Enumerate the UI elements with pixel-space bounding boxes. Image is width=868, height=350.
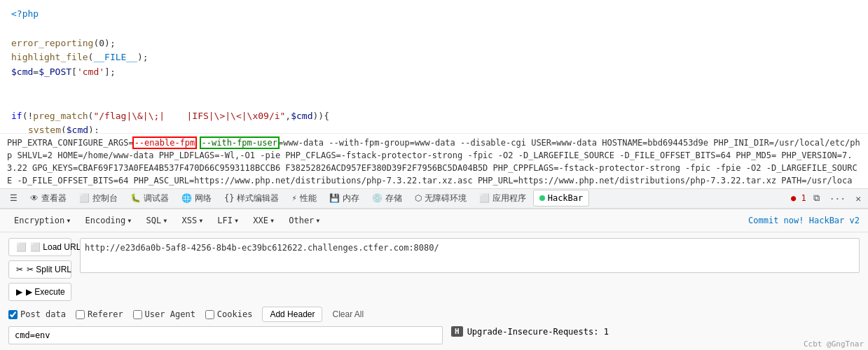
add-header-button[interactable]: Add Header bbox=[262, 307, 322, 322]
env-output-bar: PHP_EXTRA_CONFIGURE_ARGS=--enable-fpm --… bbox=[0, 133, 868, 188]
copy-icon-btn[interactable]: ⧉ bbox=[811, 191, 822, 205]
style-editor-icon: {} bbox=[224, 193, 234, 203]
code-blank-2 bbox=[11, 80, 857, 94]
tab-console[interactable]: ⬜ 控制台 bbox=[74, 190, 123, 207]
hackbar-buttons: ⬜ ⬜ Load URL ✂ ✂ Split URL ▶ ▶ Execute bbox=[8, 238, 71, 301]
tab-style-editor[interactable]: {} 样式编辑器 bbox=[219, 190, 284, 207]
referer-checkbox[interactable] bbox=[76, 310, 85, 319]
devtools-tab-bar: ☰ 👁 查看器 ⬜ 控制台 🐛 调试器 🌐 网络 {} 样式编辑器 ⚡ 性能 💾… bbox=[0, 188, 868, 209]
application-icon: ⬜ bbox=[479, 193, 490, 203]
load-url-icon: ⬜ bbox=[16, 242, 27, 252]
user-agent-checkbox-label[interactable]: User Agent bbox=[133, 309, 195, 319]
execute-button[interactable]: ▶ ▶ Execute bbox=[8, 283, 71, 301]
hackbar-post-row: H Upgrade-Insecure-Requests: 1 bbox=[0, 326, 868, 350]
tab-inspector[interactable]: 👁 查看器 bbox=[25, 190, 72, 207]
code-line-3: $cmd=$_POST['cmd']; bbox=[11, 65, 857, 80]
clear-all-button[interactable]: Clear All bbox=[332, 309, 364, 319]
tab-memory[interactable]: 💾 内存 bbox=[324, 190, 365, 207]
hackbar-active-dot bbox=[539, 195, 545, 201]
hackbar-version-label: Commit now! HackBar v2 bbox=[748, 216, 860, 225]
sql-arrow-icon: ▾ bbox=[163, 216, 167, 225]
code-line-2: highlight_file(__FILE__); bbox=[11, 50, 857, 65]
xxe-arrow-icon: ▾ bbox=[270, 216, 275, 225]
tab-menu[interactable]: ☰ bbox=[4, 190, 23, 206]
menu-xss[interactable]: XSS ▾ bbox=[176, 214, 209, 227]
tab-debugger[interactable]: 🐛 调试器 bbox=[125, 190, 174, 207]
env-prefix: PHP_EXTRA_CONFIGURE_ARGS= bbox=[7, 138, 134, 148]
header-key-badge: H bbox=[451, 326, 463, 337]
hackbar-panel: Encryption ▾ Encoding ▾ SQL ▾ XSS ▾ LFI … bbox=[0, 209, 868, 350]
execute-icon: ▶ bbox=[16, 287, 22, 297]
hackbar-options-row: Post data Referer User Agent Cookies Add… bbox=[0, 307, 868, 326]
enable-fpm-highlight: --enable-fpm bbox=[134, 138, 196, 148]
code-area: <?php error_reporting(0); highlight_file… bbox=[0, 0, 868, 133]
referer-checkbox-label[interactable]: Referer bbox=[76, 309, 123, 319]
debugger-icon: 🐛 bbox=[130, 193, 141, 203]
php-open-tag: <?php bbox=[11, 7, 857, 22]
url-input[interactable]: http://e23d6a0b-5af8-4256-8b4b-ec39bc612… bbox=[80, 238, 860, 273]
post-data-checkbox-label[interactable]: Post data bbox=[8, 309, 66, 319]
close-devtools-btn[interactable]: ✕ bbox=[853, 192, 864, 205]
menu-other[interactable]: Other ▾ bbox=[283, 214, 326, 227]
code-blank-3 bbox=[11, 94, 857, 109]
tab-accessibility[interactable]: ⬡ 无障碍环境 bbox=[409, 190, 472, 207]
user-agent-checkbox[interactable] bbox=[133, 310, 142, 319]
encryption-arrow-icon: ▾ bbox=[66, 216, 71, 225]
load-url-button[interactable]: ⬜ ⬜ Load URL bbox=[8, 238, 71, 256]
header-display: H Upgrade-Insecure-Requests: 1 bbox=[451, 326, 609, 337]
code-line-5: system($cmd); bbox=[28, 123, 857, 133]
other-arrow-icon: ▾ bbox=[315, 216, 320, 225]
hackbar-tab-label: HackBar bbox=[548, 193, 584, 203]
menu-sql[interactable]: SQL ▾ bbox=[141, 214, 174, 227]
post-data-checkbox[interactable] bbox=[8, 310, 18, 319]
xss-arrow-icon: ▾ bbox=[198, 216, 203, 225]
cmd-input[interactable] bbox=[8, 326, 443, 344]
encoding-arrow-icon: ▾ bbox=[127, 216, 132, 225]
error-badge: ● 1 bbox=[791, 193, 806, 203]
tab-application[interactable]: ⬜ 应用程序 bbox=[474, 190, 532, 207]
with-fpm-user-highlight: --with-fpm-user bbox=[201, 138, 278, 148]
memory-icon: 💾 bbox=[329, 193, 340, 203]
more-options-btn[interactable]: ··· bbox=[827, 192, 848, 205]
console-icon: ⬜ bbox=[79, 193, 90, 203]
tab-storage[interactable]: 💿 存储 bbox=[366, 190, 408, 207]
lfi-arrow-icon: ▾ bbox=[234, 216, 239, 225]
tab-performance[interactable]: ⚡ 性能 bbox=[286, 190, 322, 207]
split-url-icon: ✂ bbox=[16, 265, 23, 274]
tab-hackbar[interactable]: HackBar bbox=[533, 190, 590, 206]
storage-icon: 💿 bbox=[372, 193, 383, 203]
tab-network[interactable]: 🌐 网络 bbox=[176, 190, 217, 207]
menu-encoding[interactable]: Encoding ▾ bbox=[79, 214, 137, 227]
network-icon: 🌐 bbox=[181, 193, 192, 203]
devtools-right-area: ● 1 ⧉ ··· ✕ bbox=[791, 191, 864, 205]
inspector-icon: 👁 bbox=[30, 193, 39, 203]
performance-icon: ⚡ bbox=[291, 193, 296, 203]
hackbar-url-area: http://e23d6a0b-5af8-4256-8b4b-ec39bc612… bbox=[80, 238, 860, 301]
cookies-checkbox-label[interactable]: Cookies bbox=[205, 309, 253, 319]
hackbar-content: ⬜ ⬜ Load URL ✂ ✂ Split URL ▶ ▶ Execute h… bbox=[0, 232, 868, 307]
cookies-checkbox[interactable] bbox=[205, 310, 214, 319]
menu-lfi[interactable]: LFI ▾ bbox=[212, 214, 244, 227]
code-line-1: error_reporting(0); bbox=[11, 36, 857, 51]
attribution-text: Ccbt @GngTnar bbox=[804, 340, 864, 349]
split-url-button[interactable]: ✂ ✂ Split URL bbox=[8, 260, 71, 279]
error-icon: ● bbox=[791, 193, 796, 203]
accessibility-icon: ⬡ bbox=[415, 193, 422, 203]
code-blank-1 bbox=[11, 22, 857, 36]
menu-xxe[interactable]: XXE ▾ bbox=[247, 214, 280, 227]
post-header-display-area: H Upgrade-Insecure-Requests: 1 bbox=[451, 326, 609, 344]
hackbar-toolbar: Encryption ▾ Encoding ▾ SQL ▾ XSS ▾ LFI … bbox=[0, 209, 868, 232]
menu-encryption[interactable]: Encryption ▾ bbox=[8, 214, 76, 227]
header-value: Upgrade-Insecure-Requests: 1 bbox=[467, 327, 609, 337]
code-line-4: if(!preg_match("/flag|\&|\;| |IFS|\>|\<|… bbox=[11, 109, 857, 124]
